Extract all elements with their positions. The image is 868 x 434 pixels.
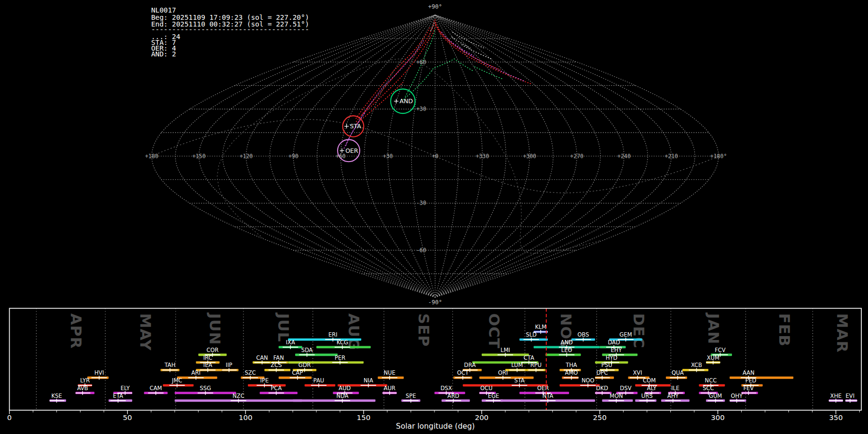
- shower-code-label: GUM: [709, 393, 722, 399]
- shower-code-label: ELY: [121, 385, 130, 392]
- x-tick-label: 50: [123, 413, 132, 422]
- lon-label: +180: [145, 153, 159, 160]
- meteor-track: [356, 26, 431, 119]
- shower-code-label: KCG: [337, 339, 348, 346]
- shower-code-label: ZCS: [271, 362, 282, 368]
- shower-bar: [293, 399, 375, 402]
- shower-gum: GUM: [706, 393, 725, 403]
- shower-code-label: STA: [515, 377, 525, 384]
- peak-window: [595, 377, 610, 378]
- month-label-oct: OCT: [486, 313, 503, 349]
- shower-code-label: AUR: [384, 385, 395, 392]
- peak-window: [730, 400, 745, 401]
- radiant-activity-plot: ANDSTAOER+90°-90°+180+150+120+90+60+30+0…: [0, 0, 868, 434]
- shower-evi: EVI: [845, 393, 857, 403]
- shower-code-label: PCA: [271, 385, 282, 392]
- lon-label: +180°: [710, 153, 727, 160]
- shower-xhe: XHE: [829, 393, 843, 403]
- shower-code-label: ETA: [113, 393, 123, 399]
- shower-code-label: FED: [746, 377, 757, 384]
- shower-code-label: ALY: [647, 385, 657, 392]
- shower-code-label: COR: [206, 347, 218, 353]
- lon-label: +270: [570, 153, 583, 160]
- shower-hvi: HVI: [87, 369, 108, 380]
- shower-code-label: DKD: [596, 385, 608, 392]
- x-tick-label: 250: [593, 413, 607, 422]
- radiant-cross-icon: [394, 99, 398, 103]
- peak-window: [76, 393, 91, 393]
- peak-window: [742, 393, 757, 393]
- shower-code-label: SCC: [703, 385, 714, 392]
- shower-code-label: XVI: [633, 369, 642, 376]
- shower-code-label: DSX: [440, 385, 452, 392]
- shower-code-label: RPU: [530, 362, 542, 368]
- shower-code-label: IEA: [203, 362, 213, 368]
- month-label-mar: MAR: [834, 313, 851, 353]
- shower-code-label: EGE: [488, 393, 499, 399]
- session-info-block: NL0017 Beg: 20251109 17:09:23 (sol = 227…: [151, 6, 309, 58]
- shower-code-label: AND: [561, 339, 573, 346]
- shower-code-label: URS: [641, 393, 653, 399]
- radiant-cross-icon: [340, 149, 344, 153]
- pole-label-south: -90°: [428, 299, 442, 306]
- shower-dkd: DKD: [595, 385, 611, 395]
- shower-code-label: SSG: [200, 385, 211, 392]
- shower-code-label: GDR: [298, 362, 311, 368]
- x-tick-label: 350: [829, 413, 842, 422]
- month-label-may: MAY: [137, 313, 154, 351]
- shower-code-label: NCC: [705, 377, 717, 384]
- lat-label: +30: [416, 106, 426, 112]
- shower-code-label: NDA: [336, 393, 348, 399]
- shower-code-label: LMI: [501, 347, 510, 353]
- shower-xcb: XCB: [682, 362, 708, 372]
- shower-spe: SPE: [401, 393, 420, 403]
- month-label-jun: JUN: [206, 312, 224, 345]
- pole-label-north: +90°: [428, 3, 442, 10]
- month-label-jul: JUL: [275, 312, 292, 342]
- shower-code-label: LYR: [80, 377, 90, 384]
- shower-iip: IIP: [222, 362, 238, 372]
- meteor-track: [475, 67, 503, 79]
- shower-code-label: THA: [565, 362, 577, 368]
- shower-code-label: OCU: [480, 385, 492, 392]
- shower-code-label: XHE: [830, 393, 842, 399]
- shower-aur: AUR: [382, 385, 396, 395]
- peak-window: [845, 400, 857, 401]
- meteor-track: [452, 32, 484, 48]
- shower-code-label: GEM: [620, 331, 632, 338]
- radiant-and: AND: [391, 89, 415, 114]
- shower-code-label: QUA: [672, 369, 684, 376]
- shower-code-label: EVI: [846, 393, 854, 399]
- shower-code-label: CTA: [524, 354, 534, 361]
- shower-code-label: ARD: [448, 393, 460, 399]
- separator: --------------------------------------: [151, 26, 309, 33]
- peak-window: [564, 377, 579, 378]
- shower-activity-chart: APRMAYJUNJULAUGSEPOCTNOVDECJANFEBMARKLME…: [7, 308, 861, 422]
- shower-code-label: LEO: [561, 347, 572, 353]
- shower-code-label: NZC: [232, 393, 244, 399]
- shower-code-label: FEV: [743, 385, 754, 392]
- shower-code-label: HVI: [95, 369, 104, 376]
- month-label-apr: APR: [68, 313, 85, 349]
- x-tick-label: 300: [711, 413, 724, 422]
- shower-code-label: ILE: [671, 385, 679, 392]
- shower-cor: COR: [198, 347, 227, 357]
- shower-code-label: NTA: [542, 393, 554, 399]
- shower-code-label: FCV: [715, 347, 726, 353]
- lat-label: +60: [416, 59, 426, 66]
- shower-code-label: ARI: [191, 369, 201, 376]
- shower-code-label: HYD: [606, 354, 618, 361]
- shower-nue: NUE: [378, 369, 404, 380]
- month-label-sep: SEP: [415, 313, 433, 347]
- shower-code-label: DAD: [608, 339, 620, 346]
- x-axis-title: Solar longitude (deg): [396, 422, 475, 431]
- shower-code-label: CAP: [292, 369, 303, 376]
- shower-tah: TAH: [161, 362, 179, 372]
- shower-code-label: AAN: [743, 369, 755, 376]
- shower-code-label: DRA: [464, 362, 475, 368]
- lon-label: +210: [665, 153, 678, 160]
- shower-aan: AAN: [730, 369, 793, 380]
- shower-code-label: CAN: [256, 354, 268, 361]
- shower-code-label: SZC: [244, 369, 256, 376]
- shower-code-label: NUE: [384, 369, 395, 376]
